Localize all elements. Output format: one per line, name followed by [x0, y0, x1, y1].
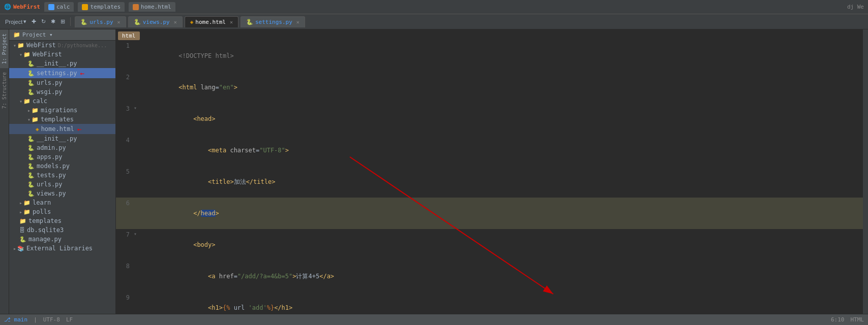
- line-content-9: <h1>{% url 'add'%}</h1>: [140, 292, 863, 314]
- logo-text: WebFirst: [13, 4, 40, 10]
- project-panel-tab[interactable]: 1: Project: [0, 29, 9, 68]
- tree-item-home-html[interactable]: ◈ home.html ←: [9, 124, 115, 134]
- tree-item-calc[interactable]: ▾ 📁 calc: [9, 96, 115, 106]
- tree-label: urls.py: [37, 79, 63, 86]
- tree-label: WebFirst: [33, 51, 62, 58]
- tree-item-init-1[interactable]: 🐍 __init__.py: [9, 59, 115, 68]
- home-close-icon[interactable]: ✕: [230, 19, 233, 25]
- views-close-icon[interactable]: ✕: [174, 19, 177, 25]
- tree-label: admin.py: [37, 144, 66, 151]
- editor-tab-views[interactable]: 🐍 views.py ✕: [128, 16, 183, 27]
- expand-icon: ▸: [13, 246, 16, 251]
- tree-label: learn: [33, 199, 51, 206]
- tree-label: wsgi.py: [37, 88, 63, 95]
- code-line-5: 5 <title>加法</title>: [116, 166, 863, 198]
- title-bar: 🌐 WebFirst calc templates home.html dj W…: [0, 0, 868, 14]
- py-icon: 🐍: [27, 163, 35, 170]
- html-icon: ◈: [36, 126, 39, 133]
- layout-button[interactable]: ⊞: [58, 17, 67, 26]
- arrow-indicator: ←: [80, 69, 84, 77]
- structure-panel-tab[interactable]: 7: Structure: [0, 68, 9, 113]
- settings-close-icon[interactable]: ✕: [296, 19, 300, 25]
- status-bar: ⎇ main | UTF-8 LF 6:10 HTML: [0, 314, 868, 325]
- tree-item-migrations[interactable]: ▸ 📁 migrations: [9, 106, 115, 115]
- line-num-7: 7: [116, 229, 134, 240]
- sync-button[interactable]: ↻: [39, 17, 48, 26]
- code-line-8: 8 <a href="/add/?a=4&b=5">计算4+5</a>: [116, 261, 863, 292]
- py-icon: 🐍: [27, 181, 35, 188]
- title-tab-templates[interactable]: templates: [78, 2, 125, 12]
- settings-tab-label: settings.py: [255, 19, 292, 25]
- py-icon: 🐍: [27, 70, 35, 77]
- tree-item-db[interactable]: 🗄 db.sqlite3: [9, 225, 115, 235]
- urls-tab-icon: 🐍: [80, 19, 87, 25]
- editor-scrollbar[interactable]: [863, 29, 868, 314]
- line-content-1: <!DOCTYPE html>: [140, 40, 863, 72]
- tree-item-urls-1[interactable]: 🐍 urls.py: [9, 78, 115, 87]
- py-icon: 🐍: [27, 172, 35, 179]
- tree-item-webfirst-inner[interactable]: ▾ 📁 WebFirst: [9, 50, 115, 59]
- toolbar: Project ▾ ✚ ↻ ✱ ⊞ 🐍 urls.py ✕ 🐍 views.py…: [0, 14, 868, 29]
- tree-label: apps.py: [37, 153, 63, 160]
- home-tab-file-icon: ◈: [190, 19, 194, 25]
- urls-close-icon[interactable]: ✕: [117, 19, 121, 25]
- urls-tab-label: urls.py: [89, 19, 113, 25]
- tree-item-polls[interactable]: ▸ 📁 polls: [9, 207, 115, 216]
- path-label: D:/pythonwake...: [58, 43, 107, 48]
- editor-tab-urls[interactable]: 🐍 urls.py ✕: [75, 16, 126, 27]
- py-icon: 🐍: [27, 136, 35, 142]
- tree-item-manage[interactable]: 🐍 manage.py: [9, 235, 115, 244]
- tree-label: home.html: [41, 125, 74, 133]
- tree-item-ext-libs[interactable]: ▸ 📚 External Libraries: [9, 244, 115, 253]
- templates-tab-label: templates: [90, 4, 121, 10]
- dj-indicator: dj We: [847, 4, 864, 10]
- tree-label: views.py: [37, 190, 66, 197]
- home-tab-icon: [133, 4, 139, 10]
- tree-label: urls.py: [37, 181, 63, 188]
- encoding-label: UTF-8: [43, 316, 60, 323]
- left-panel-tabs: 1: Project 7: Structure: [0, 29, 9, 314]
- tree-label: migrations: [41, 107, 77, 114]
- code-line-6: 6 </head>: [116, 198, 863, 229]
- tree-item-wsgi[interactable]: 🐍 wsgi.py: [9, 87, 115, 96]
- status-right: 6:10 HTML: [831, 316, 864, 323]
- lang-label: HTML: [851, 316, 864, 323]
- tree-label: settings.py: [37, 70, 77, 77]
- tree-item-models[interactable]: 🐍 models.py: [9, 161, 115, 171]
- expand-icon: ▸: [19, 200, 22, 206]
- line-content-3: <head>: [140, 103, 863, 135]
- tree-item-webfirst-root[interactable]: ▾ 📁 WebFirst D:/pythonwake...: [9, 41, 115, 50]
- editor-tab-home[interactable]: ◈ home.html ✕: [185, 16, 238, 27]
- line-content-7: <body>: [140, 229, 863, 261]
- tree-item-learn[interactable]: ▸ 📁 learn: [9, 198, 115, 207]
- project-button[interactable]: Project ▾: [3, 17, 28, 26]
- line-content-2: <html lang="en">: [140, 72, 863, 103]
- add-button[interactable]: ✚: [29, 17, 38, 26]
- line-num-9: 9: [116, 292, 134, 303]
- code-line-1: 1 <!DOCTYPE html>: [116, 40, 863, 72]
- calc-tab-label: calc: [56, 4, 70, 10]
- code-editor[interactable]: 1 <!DOCTYPE html> 2 <html lang="en"> 3 ▾: [116, 40, 863, 314]
- project-header: 📁 Project ▾: [9, 29, 115, 41]
- code-line-9: 9 <h1>{% url 'add'%}</h1>: [116, 292, 863, 314]
- tree-label: polls: [33, 208, 51, 215]
- tree-item-tests[interactable]: 🐍 tests.py: [9, 171, 115, 180]
- title-tab-home[interactable]: home.html: [129, 2, 175, 12]
- tree-item-settings[interactable]: 🐍 settings.py ←: [9, 68, 115, 78]
- arrow-indicator-2: ←: [77, 125, 81, 133]
- editor-tab-settings[interactable]: 🐍 settings.py ✕: [241, 16, 305, 27]
- tree-label: templates: [41, 116, 74, 123]
- line-content-5: <title>加法</title>: [140, 166, 863, 198]
- tree-item-apps[interactable]: 🐍 apps.py: [9, 152, 115, 161]
- line-num-1: 1: [116, 40, 134, 51]
- tree-item-urls-2[interactable]: 🐍 urls.py: [9, 180, 115, 189]
- settings-toolbar-button[interactable]: ✱: [49, 17, 57, 26]
- tree-item-admin[interactable]: 🐍 admin.py: [9, 143, 115, 152]
- tree-item-init-2[interactable]: 🐍 __init__.py: [9, 134, 115, 143]
- line-num-3: 3: [116, 103, 134, 114]
- tree-item-templates-calc[interactable]: ▾ 📁 templates: [9, 115, 115, 124]
- tree-label: WebFirst: [26, 42, 56, 49]
- tree-item-templates-root[interactable]: 📁 templates: [9, 216, 115, 225]
- tree-item-views[interactable]: 🐍 views.py: [9, 189, 115, 198]
- title-tab-calc[interactable]: calc: [44, 2, 74, 12]
